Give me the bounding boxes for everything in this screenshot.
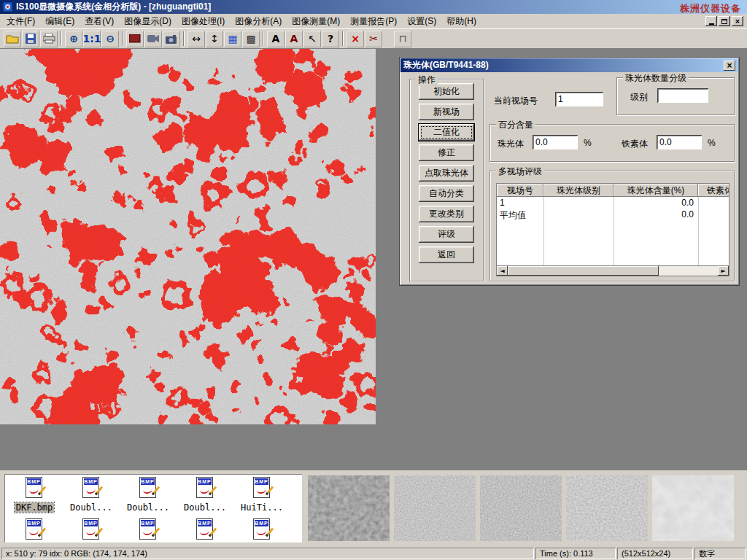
vertical-measure-icon[interactable]: ↕ <box>206 31 223 47</box>
menu-measure-report[interactable]: 测量报告(P) <box>345 14 402 29</box>
file-item[interactable]: BMP Doubl... <box>177 477 233 513</box>
file-item[interactable]: BMP <box>6 518 63 542</box>
thumbnail-2[interactable] <box>394 475 476 541</box>
menu-settings[interactable]: 设置(S) <box>402 14 441 29</box>
caliper-icon[interactable]: ↔ <box>187 31 205 47</box>
grid-table-icon[interactable]: ▦ <box>224 31 241 47</box>
bmp-file-icon: BMP <box>23 518 45 542</box>
clamp-icon[interactable]: ⊓ <box>394 31 411 47</box>
text-style-icon[interactable]: A <box>285 31 303 47</box>
window-title: IS100显微摄像系统(金相分析版) - [zhuguangti01] <box>16 1 211 13</box>
bmp-file-icon: BMP <box>251 518 273 542</box>
file-item[interactable]: BMP <box>233 518 290 542</box>
toolbar-separator <box>183 31 185 46</box>
table-row[interactable]: 平均值 0.0 <box>497 209 729 220</box>
print-icon[interactable] <box>40 31 58 47</box>
table-body: 1 0.0 平均值 0.0 <box>497 197 729 267</box>
photo-camera-icon[interactable] <box>163 31 180 47</box>
pearlite-percent-input[interactable] <box>533 135 578 149</box>
help-icon[interactable]: ? <box>322 31 339 47</box>
ferrite-percent-input[interactable] <box>657 135 702 149</box>
thumbnail-3[interactable] <box>480 475 562 541</box>
menu-edit[interactable]: 编辑(E) <box>40 14 80 29</box>
pearlite-percent-sign: % <box>584 138 592 148</box>
file-list[interactable]: BMP DKF.bmp BMP Doubl... BMP Doubl... BM… <box>4 474 302 542</box>
cell-grade <box>543 197 614 209</box>
new-field-button[interactable]: 新视场 <box>419 104 474 120</box>
grid-dark-icon[interactable]: ▩ <box>242 31 260 47</box>
ferrite-label: 铁素体 <box>622 138 648 150</box>
thumbnail-1[interactable] <box>308 475 390 541</box>
actual-size-icon[interactable]: 1:1 <box>83 31 101 47</box>
menu-help[interactable]: 帮助(H) <box>441 14 481 29</box>
status-mode: 数字 <box>694 548 746 559</box>
micrograph-image[interactable] <box>0 49 376 424</box>
toolbar-separator <box>61 31 62 46</box>
multifield-group: 多视场评级 视场号 珠光体级别 珠光体含量(%) 铁素体 1 <box>489 171 735 281</box>
file-label[interactable]: HuiTi... <box>239 502 285 513</box>
menu-image-measure[interactable]: 图像测量(M) <box>287 14 345 29</box>
multifield-table[interactable]: 视场号 珠光体级别 珠光体含量(%) 铁素体 1 0.0 <box>496 183 729 276</box>
col-field[interactable]: 视场号 <box>497 184 543 197</box>
file-label[interactable]: Doubl... <box>125 502 171 513</box>
file-label[interactable]: Doubl... <box>182 502 228 513</box>
cut-icon[interactable]: ✂ <box>365 31 382 47</box>
minimize-icon <box>709 23 714 25</box>
file-item[interactable]: BMP <box>63 518 120 542</box>
toolbar-separator <box>263 31 264 46</box>
thumbnail-5[interactable] <box>652 475 734 541</box>
pick-pearlite-button[interactable]: 点取珠光体 <box>419 165 474 182</box>
rate-button[interactable]: 评级 <box>419 226 474 243</box>
col-grade[interactable]: 珠光体级别 <box>543 184 614 197</box>
video-camera-icon[interactable] <box>144 31 162 47</box>
restore-icon <box>721 19 727 24</box>
auto-classify-button[interactable]: 自动分类 <box>419 185 474 202</box>
table-hscrollbar[interactable]: ◄ ► <box>497 265 729 276</box>
save-icon[interactable] <box>22 31 39 47</box>
scroll-right-icon[interactable]: ► <box>718 266 729 276</box>
file-item[interactable]: BMP DKF.bmp <box>6 477 63 513</box>
file-item[interactable]: BMP Doubl... <box>120 477 177 513</box>
snapshot-icon[interactable] <box>126 31 144 47</box>
file-label[interactable]: Doubl... <box>69 502 114 513</box>
bmp-file-icon: BMP <box>194 518 216 542</box>
return-button[interactable]: 返回 <box>419 246 474 263</box>
menu-image-analysis[interactable]: 图像分析(A) <box>230 14 287 29</box>
open-icon[interactable] <box>4 31 21 47</box>
current-field-input[interactable] <box>555 92 603 106</box>
dialog-close-button[interactable]: × <box>724 61 735 71</box>
table-row[interactable]: 1 0.0 <box>497 197 729 209</box>
correction-button[interactable]: 修正 <box>419 144 474 161</box>
scrollbar-thumb[interactable] <box>508 266 659 276</box>
menu-image-display[interactable]: 图像显示(D) <box>119 14 177 29</box>
file-label[interactable]: DKF.bmp <box>15 502 55 513</box>
scroll-left-icon[interactable]: ◄ <box>497 266 508 276</box>
col-ferrite[interactable]: 铁素体 <box>698 184 729 197</box>
zoom-in-icon[interactable]: ⊕ <box>65 31 82 47</box>
pointer-icon[interactable]: ↖ <box>303 31 321 47</box>
thumbnail-4[interactable] <box>566 475 648 541</box>
file-item[interactable]: BMP <box>177 518 233 542</box>
col-pearlite[interactable]: 珠光体含量(%) <box>614 184 698 197</box>
mdi-restore-button[interactable] <box>719 16 730 26</box>
change-category-button[interactable]: 更改类别 <box>419 206 474 222</box>
cell-field: 平均值 <box>497 209 543 220</box>
text-annotate-icon[interactable]: A <box>267 31 285 47</box>
grade-input[interactable] <box>657 88 708 103</box>
file-item[interactable]: BMP Doubl... <box>63 477 120 513</box>
scrollbar-track[interactable] <box>508 266 718 276</box>
file-item[interactable]: BMP <box>120 518 177 542</box>
zoom-out-icon[interactable]: ⊖ <box>101 31 119 47</box>
mdi-minimize-button[interactable] <box>705 16 717 26</box>
menu-image-process[interactable]: 图像处理(I) <box>177 14 230 29</box>
status-size: (512x512x24) <box>617 548 693 559</box>
menu-view[interactable]: 查看(V) <box>80 14 119 29</box>
mdi-close-button[interactable]: × <box>732 16 743 26</box>
grade-legend: 珠光体数量分级 <box>623 72 689 85</box>
file-item[interactable]: BMP HuiTi... <box>233 477 290 513</box>
menu-file[interactable]: 文件(F) <box>1 14 40 29</box>
file-row-partial: BMP BMP BMP BMP BMP <box>6 518 302 542</box>
delete-icon[interactable]: × <box>347 31 364 47</box>
dialog-titlebar[interactable]: 珠光体(GB/T9441-88) × <box>400 58 738 72</box>
binarize-button[interactable]: 二值化 <box>419 124 474 141</box>
